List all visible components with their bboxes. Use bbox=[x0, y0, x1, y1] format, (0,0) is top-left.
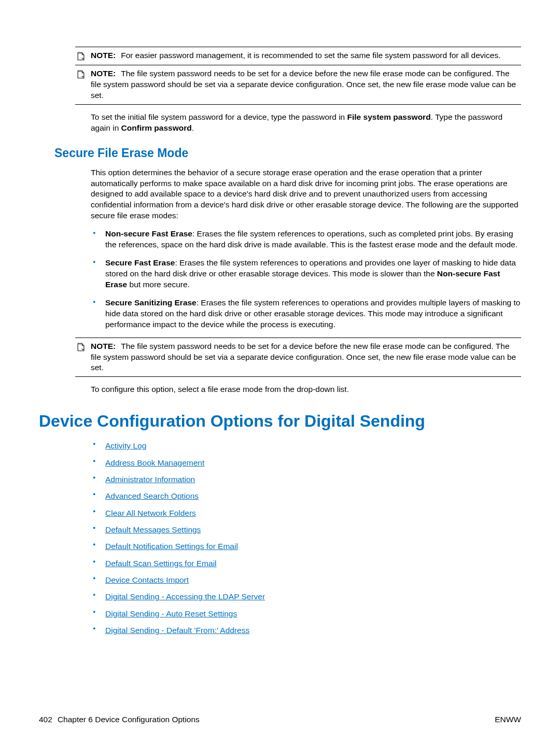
link-digital-sending-auto-reset[interactable]: Digital Sending - Auto Reset Settings bbox=[105, 609, 237, 618]
link-item: Default Notification Settings for Email bbox=[91, 540, 521, 553]
note-body: The file system password needs to be set… bbox=[91, 342, 516, 372]
link-item: Administrator Information bbox=[91, 473, 521, 486]
heading-secure-file-erase-mode: Secure File Erase Mode bbox=[54, 146, 521, 160]
note-body: For easier password management, it is re… bbox=[121, 51, 500, 60]
note-icon bbox=[75, 68, 87, 101]
footer-right: ENWW bbox=[495, 715, 521, 724]
footer-left: 402Chapter 6 Device Configuration Option… bbox=[39, 715, 200, 724]
page-container: NOTE:For easier password management, it … bbox=[0, 0, 560, 745]
paragraph-secure-intro: This option determines the behavior of a… bbox=[91, 167, 521, 222]
link-digital-sending-default-from[interactable]: Digital Sending - Default 'From:' Addres… bbox=[105, 626, 249, 635]
erase-modes-list: Non-secure Fast Erase: Erases the file s… bbox=[91, 229, 521, 330]
note-body: The file system password needs to be set… bbox=[91, 69, 516, 100]
note-block-1: NOTE:For easier password management, it … bbox=[75, 47, 521, 65]
link-activity-log[interactable]: Activity Log bbox=[105, 441, 146, 450]
note-text-2: NOTE:The file system password needs to b… bbox=[91, 68, 521, 101]
note-icon bbox=[75, 50, 87, 62]
body-area: NOTE:For easier password management, it … bbox=[39, 47, 521, 699]
link-default-scan-settings-email[interactable]: Default Scan Settings for Email bbox=[105, 559, 217, 568]
paragraph-configure: To configure this option, select a file … bbox=[91, 384, 521, 395]
link-device-contacts-import[interactable]: Device Contacts Import bbox=[105, 575, 189, 584]
link-default-messages-settings[interactable]: Default Messages Settings bbox=[105, 525, 201, 534]
link-item: Activity Log bbox=[91, 439, 521, 453]
link-item: Address Book Management bbox=[91, 456, 521, 470]
link-item: Default Messages Settings bbox=[91, 523, 521, 537]
link-default-notification-settings-email[interactable]: Default Notification Settings for Email bbox=[105, 542, 238, 551]
note-label: NOTE: bbox=[91, 342, 116, 350]
heading-digital-sending: Device Configuration Options for Digital… bbox=[39, 412, 521, 431]
digital-sending-links: Activity Log Address Book Management Adm… bbox=[91, 439, 521, 637]
note-icon bbox=[75, 341, 87, 374]
link-item: Digital Sending - Accessing the LDAP Ser… bbox=[91, 590, 521, 603]
note-text-3: NOTE:The file system password needs to b… bbox=[91, 341, 521, 374]
mode-secure-sanitizing: Secure Sanitizing Erase: Erases the file… bbox=[91, 298, 521, 330]
note-label: NOTE: bbox=[91, 51, 116, 60]
link-clear-all-network-folders[interactable]: Clear All Network Folders bbox=[105, 509, 196, 517]
mode-secure-fast: Secure Fast Erase: Erases the file syste… bbox=[91, 258, 521, 290]
mode-non-secure-fast: Non-secure Fast Erase: Erases the file s… bbox=[91, 229, 521, 250]
note-block-3: NOTE:The file system password needs to b… bbox=[75, 338, 521, 377]
link-item: Default Scan Settings for Email bbox=[91, 557, 521, 570]
link-digital-sending-ldap[interactable]: Digital Sending - Accessing the LDAP Ser… bbox=[105, 592, 265, 601]
link-administrator-information[interactable]: Administrator Information bbox=[105, 475, 195, 484]
page-number: 402 bbox=[39, 715, 52, 724]
link-address-book-management[interactable]: Address Book Management bbox=[105, 458, 204, 467]
page-footer: 402Chapter 6 Device Configuration Option… bbox=[39, 699, 521, 724]
link-item: Device Contacts Import bbox=[91, 573, 521, 587]
link-item: Advanced Search Options bbox=[91, 489, 521, 503]
note-text-1: NOTE:For easier password management, it … bbox=[91, 50, 521, 62]
link-item: Clear All Network Folders bbox=[91, 507, 521, 520]
chapter-title: Chapter 6 Device Configuration Options bbox=[58, 715, 200, 724]
link-item: Digital Sending - Auto Reset Settings bbox=[91, 607, 521, 621]
note-label: NOTE: bbox=[91, 69, 116, 78]
link-advanced-search-options[interactable]: Advanced Search Options bbox=[105, 491, 199, 500]
note-block-2: NOTE:The file system password needs to b… bbox=[75, 65, 521, 105]
link-item: Digital Sending - Default 'From:' Addres… bbox=[91, 624, 521, 637]
paragraph-initial-password: To set the initial file system password … bbox=[91, 112, 521, 134]
